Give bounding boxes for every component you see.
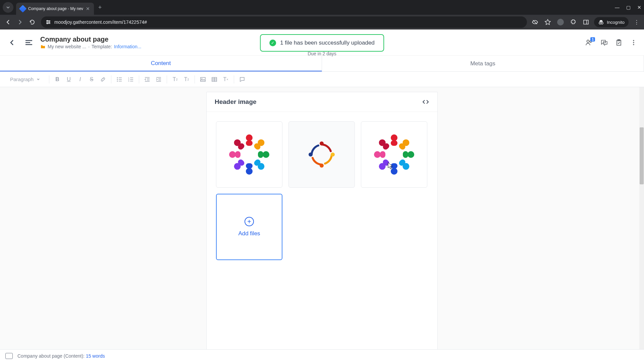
comment-button[interactable] <box>237 74 248 85</box>
svg-point-64 <box>320 164 324 168</box>
clear-format-button[interactable]: T× <box>220 74 231 85</box>
comments-button[interactable] <box>600 39 608 46</box>
table-icon <box>211 76 217 82</box>
eye-off-icon[interactable] <box>530 17 540 27</box>
crumb-project[interactable]: My new website ... <box>48 44 86 49</box>
tab-search-dropdown[interactable] <box>3 2 13 13</box>
svg-rect-51 <box>258 151 263 158</box>
add-files-button[interactable]: + Add files <box>216 194 282 260</box>
card-header: Header image <box>207 92 437 112</box>
incognito-badge[interactable]: Incognito <box>594 17 629 27</box>
close-icon[interactable]: ✕ <box>86 6 90 11</box>
indent-button[interactable] <box>153 74 164 85</box>
app-back-button[interactable] <box>7 37 17 48</box>
comments-icon <box>600 39 608 46</box>
numbered-list-button[interactable]: 123 <box>125 74 136 85</box>
sidebar-toggle[interactable] <box>23 37 34 48</box>
incognito-icon <box>598 19 604 25</box>
strikethrough-button[interactable]: S <box>86 74 97 85</box>
people-circle-logo-icon <box>226 131 273 178</box>
url-field[interactable]: moodjoy.gathercontent.com/item/17422574# <box>41 16 527 28</box>
svg-point-9 <box>601 22 603 24</box>
file-thumbnail[interactable] <box>216 121 282 188</box>
tasks-button[interactable] <box>615 39 623 46</box>
bullet-list-button[interactable] <box>114 74 125 85</box>
scrollbar-thumb[interactable] <box>640 127 644 184</box>
due-text: Due in 2 days <box>308 51 336 56</box>
close-window-button[interactable]: ✕ <box>637 5 641 10</box>
outdent-button[interactable] <box>142 74 153 85</box>
scrollbar-track[interactable] <box>639 87 644 362</box>
back-button[interactable] <box>3 17 13 27</box>
address-bar-actions: Incognito ⋮ <box>530 17 641 27</box>
table-button[interactable] <box>209 74 220 85</box>
browser-menu-icon[interactable]: ⋮ <box>632 17 641 27</box>
svg-point-46 <box>246 134 253 141</box>
more-vertical-icon <box>630 39 637 46</box>
toast-message: 1 file has been successfully uploaded <box>280 40 375 46</box>
svg-point-58 <box>229 151 236 158</box>
editor-toolbar: Paragraph B U I S 123 T2 T2 T× <box>0 72 644 87</box>
svg-point-66 <box>391 134 397 141</box>
svg-rect-47 <box>246 140 253 146</box>
svg-point-13 <box>587 40 589 42</box>
numbered-list-icon: 123 <box>128 76 134 82</box>
svg-text:3: 3 <box>128 80 129 82</box>
incognito-label: Incognito <box>607 20 625 25</box>
image-button[interactable] <box>198 74 208 85</box>
page-meta: Company about page My new website ... · … <box>40 36 141 49</box>
status-context: Company about page (Content): 15 words <box>17 353 105 359</box>
template-label: Template: <box>92 44 112 49</box>
forward-button[interactable] <box>15 17 25 27</box>
tab-meta-tags[interactable]: Meta tags <box>322 56 644 71</box>
file-thumbnail[interactable] <box>288 121 355 188</box>
reload-button[interactable] <box>27 17 38 27</box>
outdent-icon <box>144 76 150 82</box>
favicon-icon <box>19 5 27 13</box>
file-thumbnail[interactable] <box>361 121 427 188</box>
add-files-label: Add files <box>238 230 260 237</box>
card-title: Header image <box>215 98 257 106</box>
new-tab-button[interactable]: + <box>95 3 105 12</box>
bookmark-star-icon[interactable] <box>543 17 552 27</box>
paragraph-format-select[interactable]: Paragraph <box>7 75 44 83</box>
italic-button[interactable]: I <box>75 74 86 85</box>
code-view-button[interactable] <box>422 98 429 106</box>
svg-point-63 <box>331 153 335 157</box>
share-users-button[interactable]: 1 <box>585 39 593 47</box>
check-circle-icon: ✓ <box>269 40 276 46</box>
toolbar-separator <box>195 75 195 83</box>
superscript-button[interactable]: T2 <box>181 74 192 85</box>
maximize-button[interactable]: ▢ <box>626 5 631 10</box>
more-menu-button[interactable] <box>630 39 637 46</box>
browser-tab[interactable]: Company about page - My nev ✕ <box>16 3 94 15</box>
minimize-button[interactable]: — <box>615 5 620 10</box>
toolbar-separator <box>234 75 234 83</box>
bold-button[interactable]: B <box>52 74 63 85</box>
toolbar-separator <box>49 75 49 83</box>
svg-point-65 <box>309 153 313 157</box>
tab-content[interactable]: Content <box>0 56 322 71</box>
svg-point-5 <box>47 23 48 24</box>
share-count-badge: 1 <box>590 37 595 42</box>
template-link[interactable]: Information... <box>114 44 142 49</box>
underline-button[interactable]: U <box>63 74 74 85</box>
page-title: Company about page <box>40 36 141 43</box>
tab-title: Company about page - My nev <box>28 6 83 11</box>
format-select-label: Paragraph <box>10 76 34 82</box>
extensions-icon[interactable] <box>569 17 578 27</box>
side-panel-icon[interactable] <box>581 17 591 27</box>
profile-avatar-icon[interactable] <box>556 17 565 27</box>
tab-area: Company about page - My nev ✕ + <box>3 0 615 15</box>
people-circle-logo-icon <box>371 131 418 178</box>
browser-tab-strip: Company about page - My nev ✕ + — ▢ ✕ <box>0 0 644 15</box>
site-settings-icon[interactable] <box>46 19 51 25</box>
svg-point-3 <box>47 20 48 21</box>
word-count: 15 words <box>86 353 105 359</box>
link-button[interactable] <box>98 74 108 85</box>
image-icon <box>200 76 206 82</box>
subscript-button[interactable]: T2 <box>170 74 180 85</box>
toolbar-separator <box>111 75 111 83</box>
keyboard-icon[interactable] <box>5 353 13 359</box>
editor-canvas[interactable]: Header image <box>0 87 644 362</box>
